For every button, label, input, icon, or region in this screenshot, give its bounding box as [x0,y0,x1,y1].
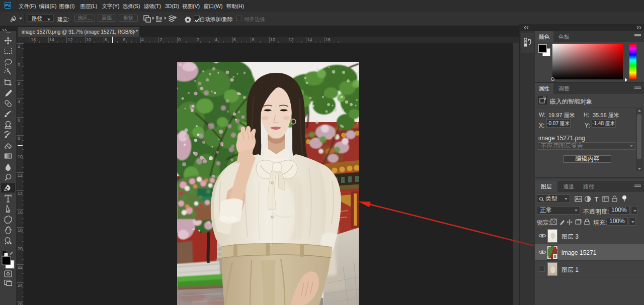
svg-text:T: T [595,196,599,203]
